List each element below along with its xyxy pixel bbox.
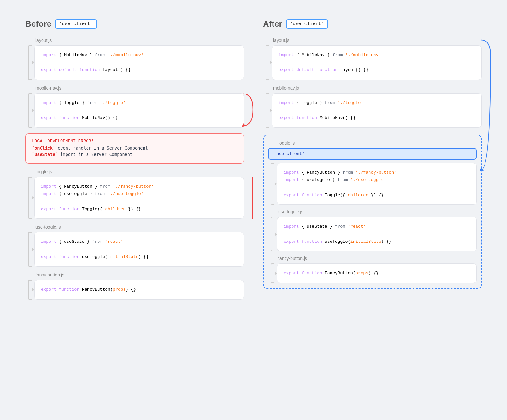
- error-title: LOCAL DEVELOPMENT ERROR!: [32, 139, 237, 144]
- after-layout-label: layout.js: [263, 38, 482, 43]
- before-layout-label: layout.js: [25, 38, 244, 43]
- before-column: Before 'use client' layout.js import { M…: [25, 19, 244, 305]
- main-layout: Before 'use client' layout.js import { M…: [13, 13, 494, 312]
- before-usetoggle-section: use-toggle.js import { useState } from '…: [25, 224, 244, 267]
- before-toggle-section: toggle.js import { FancyButton } from '.…: [25, 169, 244, 219]
- before-usetoggle-label: use-toggle.js: [25, 224, 244, 229]
- after-title: After: [263, 19, 282, 29]
- after-toggle-box: import { FancyButton } from './fancy-but…: [277, 163, 477, 205]
- before-error-box: LOCAL DEVELOPMENT ERROR! `onClick` event…: [25, 133, 244, 164]
- after-use-client-highlight: 'use client': [268, 148, 477, 160]
- after-usetoggle-section: use-toggle.js import { useState } from '…: [268, 209, 477, 251]
- after-fancybutton-label: fancy-button.js: [268, 256, 477, 261]
- before-toggle-box: import { FancyButton } from './fancy-but…: [34, 177, 244, 219]
- after-fancybutton-box: export function FancyButton(props) {}: [277, 263, 477, 283]
- after-usetoggle-label: use-toggle.js: [268, 209, 477, 214]
- before-layout-section: layout.js import { MobileNav } from './m…: [25, 38, 244, 80]
- red-arrow-toggle: [240, 177, 256, 219]
- after-toggle-section: toggle.js 'use client' import { FancyBut…: [268, 140, 477, 205]
- before-toggle-label: toggle.js: [25, 169, 244, 174]
- before-fancybutton-box: export function FancyButton(props) {}: [34, 280, 244, 300]
- after-fancybutton-section: fancy-button.js export function FancyBut…: [268, 256, 477, 283]
- after-mobilenav-box: import { Toggle } from './toggle' export…: [272, 93, 482, 128]
- before-fancybutton-section: fancy-button.js export function FancyBut…: [25, 272, 244, 300]
- before-title: Before: [25, 19, 51, 29]
- error-line-2: `useState` import in a Server Component: [32, 152, 237, 157]
- before-usetoggle-box: import { useState } from 'react' export …: [34, 232, 244, 267]
- before-fancybutton-label: fancy-button.js: [25, 272, 244, 277]
- before-layout-box: import { MobileNav } from './mobile-nav'…: [34, 45, 244, 80]
- after-layout-section: layout.js import { MobileNav } from './m…: [263, 38, 482, 80]
- after-mobilenav-label: mobile-nav.js: [263, 86, 482, 91]
- after-column: After 'use client' layout.js import { Mo…: [263, 19, 482, 305]
- after-layout-box: import { MobileNav } from './mobile-nav'…: [272, 45, 482, 80]
- after-usetoggle-box: import { useState } from 'react' export …: [277, 217, 477, 251]
- before-mobilenav-box: import { Toggle } from './toggle' export…: [34, 93, 244, 128]
- after-toggle-label: toggle.js: [268, 140, 477, 145]
- after-badge: 'use client': [286, 19, 328, 29]
- red-arrow-before: [240, 91, 256, 129]
- after-header: After 'use client': [263, 19, 482, 29]
- error-line-1: `onClick` event handler in a Server Comp…: [32, 145, 237, 151]
- before-header: Before 'use client': [25, 19, 244, 29]
- after-dashed-group: toggle.js 'use client' import { FancyBut…: [263, 135, 482, 289]
- before-mobilenav-section: mobile-nav.js import { Toggle } from './…: [25, 86, 244, 128]
- before-badge: 'use client': [55, 19, 97, 29]
- before-mobilenav-label: mobile-nav.js: [25, 86, 244, 91]
- after-mobilenav-section: mobile-nav.js import { Toggle } from './…: [263, 86, 482, 128]
